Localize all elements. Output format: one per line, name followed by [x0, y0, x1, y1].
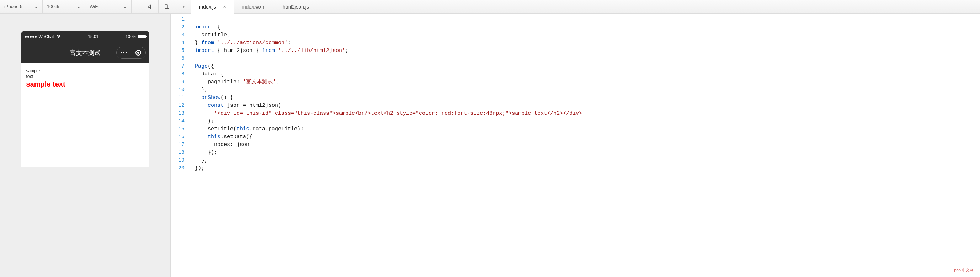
tab-label: html2json.js	[283, 4, 309, 10]
mute-icon[interactable]	[142, 0, 159, 13]
rotate-icon[interactable]	[159, 0, 175, 13]
device-label: iPhone 5	[4, 4, 22, 9]
code-token: });	[195, 149, 217, 155]
top-toolbar: iPhone 5 ⌄ 100% ⌄ WiFi ⌄ index.js ×	[0, 0, 980, 14]
code-token: );	[195, 118, 214, 124]
tab-index-js[interactable]: index.js ×	[191, 0, 234, 14]
code-token: from	[201, 40, 214, 46]
code-token: .setData({	[221, 134, 253, 140]
file-tabs: index.js × index.wxml html2json.js	[191, 0, 980, 14]
code-token: this	[237, 126, 249, 132]
code-token: ;	[288, 40, 291, 46]
code-token: .data.pageTitle);	[249, 126, 304, 132]
code-token: this	[208, 134, 221, 140]
chevron-down-icon: ⌄	[77, 4, 81, 9]
phone-navbar: 富文本测试	[21, 42, 150, 63]
zoom-label: 100%	[47, 4, 59, 9]
dock-toggle-icon[interactable]	[175, 0, 191, 13]
device-select[interactable]: iPhone 5 ⌄	[0, 0, 43, 13]
code-token: onShow	[195, 95, 221, 101]
code-token: {	[214, 24, 221, 30]
watermark: php 中文网	[952, 267, 976, 274]
code-token	[195, 102, 208, 109]
code-token: '<div id="this-id" class="this-class">sa…	[214, 110, 585, 117]
wifi-icon	[56, 34, 61, 39]
code-token: ({	[208, 63, 214, 69]
tab-label: index.js	[199, 4, 216, 10]
more-icon[interactable]	[117, 52, 131, 53]
code-token: ,	[276, 79, 279, 85]
code-token: '富文本测试'	[243, 79, 276, 85]
code-token: '../../actions/common'	[217, 40, 288, 46]
chevron-down-icon: ⌄	[123, 4, 127, 9]
phone-frame: WeChat 15:01 100% 富文本测试	[21, 31, 150, 277]
phone-statusbar: WeChat 15:01 100%	[21, 31, 150, 42]
network-select[interactable]: WiFi ⌄	[85, 0, 132, 13]
rich-text-line: text	[26, 74, 144, 80]
battery-label: 100%	[126, 34, 137, 39]
code-token: import	[195, 24, 214, 30]
tab-label: index.wxml	[242, 4, 267, 10]
code-editor[interactable]: 1 2 3 4 5 6 7 8 9 10 11 12 13 14 15 16 1…	[171, 14, 980, 277]
code-token: () {	[221, 95, 233, 101]
line-gutter: 1 2 3 4 5 6 7 8 9 10 11 12 13 14 15 16 1…	[171, 14, 188, 277]
tab-index-wxml[interactable]: index.wxml	[234, 0, 275, 14]
code-token: },	[195, 157, 208, 163]
close-program-icon[interactable]	[131, 50, 145, 56]
code-token	[214, 40, 217, 46]
simulator-panel: WeChat 15:01 100% 富文本测试	[0, 14, 171, 277]
svg-rect-1	[165, 5, 167, 8]
code-token	[195, 134, 208, 140]
code-token: from	[262, 48, 275, 54]
clock-label: 15:01	[88, 34, 99, 39]
code-area[interactable]: import { setTitle, } from '../../actions…	[188, 14, 980, 277]
code-token	[195, 110, 214, 117]
network-label: WiFi	[90, 4, 99, 9]
code-token: ;	[345, 48, 348, 54]
code-token: setTitle(	[195, 126, 237, 132]
code-token: import	[195, 48, 214, 54]
code-token: nodes: json	[195, 142, 249, 148]
page-title: 富文本测试	[70, 49, 100, 57]
code-token	[275, 48, 278, 54]
code-token: '../../lib/html2json'	[278, 48, 345, 54]
chevron-down-icon: ⌄	[34, 4, 38, 9]
signal-icon	[25, 36, 37, 38]
zoom-select[interactable]: 100% ⌄	[43, 0, 85, 13]
tab-html2json-js[interactable]: html2json.js	[275, 0, 317, 14]
code-token: setTitle,	[195, 32, 230, 38]
rich-text-heading: sample text	[26, 80, 144, 88]
code-token: Page	[195, 63, 208, 69]
rich-text-line: sample	[26, 68, 144, 74]
close-icon[interactable]: ×	[223, 4, 226, 10]
svg-marker-0	[148, 5, 151, 8]
code-token: const	[208, 102, 224, 109]
code-token: },	[195, 87, 208, 93]
battery-icon	[138, 35, 146, 38]
capsule-menu[interactable]	[116, 46, 146, 59]
code-token: json = html2json(	[224, 102, 281, 109]
code-token: }	[195, 40, 201, 46]
phone-content: sample text sample text	[21, 63, 150, 167]
code-token: data: {	[195, 71, 224, 77]
code-token: });	[195, 165, 204, 171]
code-token: { html2json }	[214, 48, 262, 54]
code-token: pageTitle:	[195, 79, 243, 85]
carrier-label: WeChat	[39, 34, 54, 39]
